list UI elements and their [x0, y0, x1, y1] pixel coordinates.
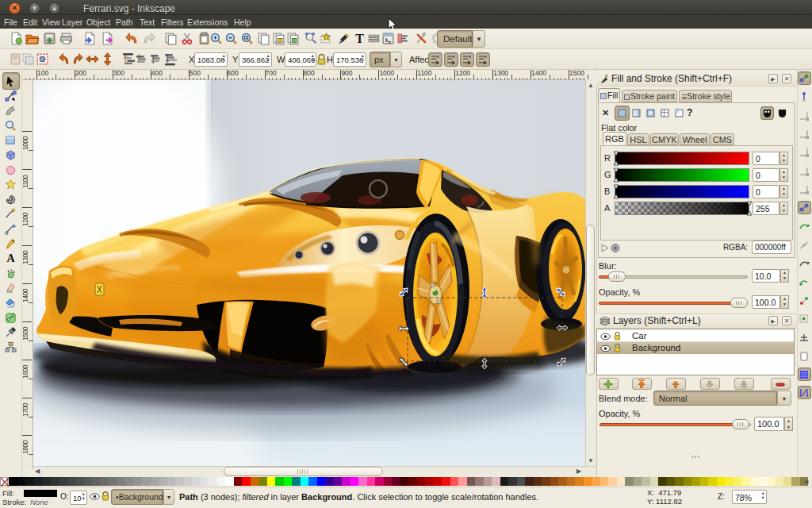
- svg-text:A: A: [6, 252, 15, 264]
- svg-text:T: T: [355, 32, 364, 45]
